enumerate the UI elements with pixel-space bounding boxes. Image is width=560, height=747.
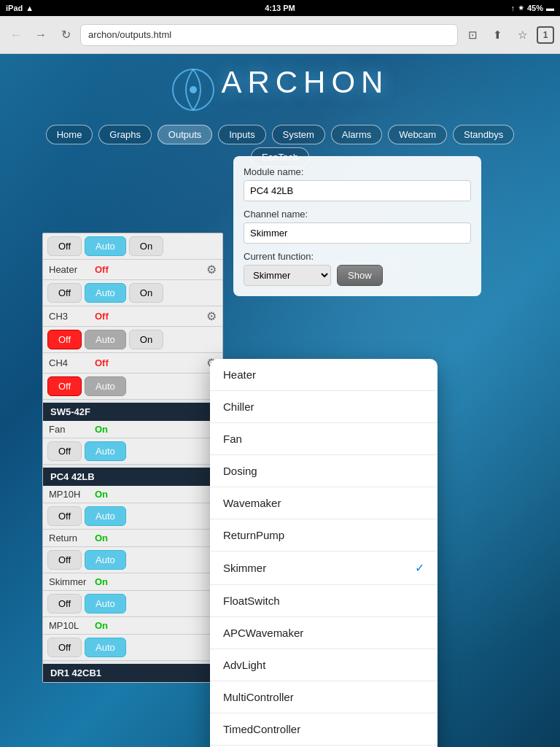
dropdown-label-fan: Fan (223, 433, 242, 445)
label-row-ch3: CH3 Off ⚙ (43, 306, 222, 327)
control-row-skimmer: Off Auto (43, 591, 222, 617)
btn-off-mp10l[interactable]: Off (47, 638, 82, 657)
btn-auto-return[interactable]: Auto (85, 550, 126, 570)
dropdown-item-apcwavemaker[interactable]: APCWavemaker (210, 617, 438, 649)
control-row-mp10l: Off Auto (43, 635, 222, 661)
dropdown-label-returnpump: ReturnPump (223, 529, 284, 541)
btn-auto-mp10h[interactable]: Auto (85, 506, 126, 526)
dropdown-label-advlight: AdvLight (223, 659, 265, 671)
label-skimmer: Skimmer (49, 576, 89, 587)
nav-alarms[interactable]: Alarms (331, 125, 382, 144)
browser-chrome: ← → ↻ archon/outputs.html ⊡ ⬆ ☆ 1 (0, 16, 560, 54)
control-row-2: Off Auto On (43, 280, 222, 306)
dropdown-item-advlight[interactable]: AdvLight (210, 649, 438, 681)
btn-off-4[interactable]: Off (47, 376, 82, 396)
label-fan: Fan (49, 424, 89, 435)
btn-on-1[interactable]: On (129, 236, 163, 256)
gear-ch3[interactable]: ⚙ (206, 309, 217, 323)
dropdown-label-dosing: Dosing (223, 465, 257, 477)
dropdown-label-skimmer: Skimmer (223, 562, 266, 574)
dropdown-item-floatswitch[interactable]: FloatSwitch (210, 585, 438, 617)
btn-off-1[interactable]: Off (47, 236, 82, 256)
btn-auto-2[interactable]: Auto (85, 283, 126, 303)
dropdown-item-returnpump[interactable]: ReturnPump (210, 519, 438, 551)
label-return: Return (49, 533, 89, 543)
dropdown-item-timedcontroller[interactable]: TimedController (210, 713, 438, 746)
status-return: On (95, 533, 108, 543)
label-ch3: CH3 (49, 311, 89, 322)
btn-off-3[interactable]: Off (47, 330, 82, 349)
dropdown-item-dosing[interactable]: Dosing (210, 455, 438, 487)
share-icon[interactable]: ⬆ (487, 25, 508, 45)
section-pc4: PC4 42LB (43, 468, 222, 486)
bookmark-icon[interactable]: ⊡ (462, 25, 483, 45)
address-bar[interactable]: archon/outputs.html (80, 24, 458, 46)
dropdown-item-chiller[interactable]: Chiller (210, 391, 438, 423)
btn-on-3[interactable]: On (129, 330, 163, 349)
btn-auto-3[interactable]: Auto (85, 330, 126, 349)
right-panel: Module name: Channel name: Current funct… (233, 156, 481, 296)
control-row-3: Off Auto On (43, 327, 222, 353)
label-ch4: CH4 (49, 357, 89, 368)
module-input[interactable] (244, 180, 471, 201)
status-heater: Off (95, 264, 109, 275)
checkmark-icon: ✓ (415, 561, 424, 575)
url-text: archon/outputs.html (88, 29, 171, 40)
forward-button[interactable]: → (31, 25, 51, 45)
star-icon[interactable]: ☆ (512, 25, 532, 45)
label-heater: Heater (49, 264, 89, 275)
status-ch4: Off (95, 357, 109, 368)
dropdown-label-wavemaker: Wavemaker (223, 497, 281, 509)
carrier-label: iPad (6, 4, 23, 12)
nav-standbys[interactable]: Standbys (453, 125, 514, 144)
nav-system[interactable]: System (272, 125, 325, 144)
status-mp10l: On (95, 620, 108, 631)
nav-inputs[interactable]: Inputs (218, 125, 265, 144)
btn-off-fan[interactable]: Off (47, 441, 82, 461)
back-button[interactable]: ← (6, 25, 26, 45)
label-row-return: Return On (43, 530, 222, 547)
dropdown-item-multicontroller[interactable]: MultiController (210, 681, 438, 713)
dropdown-label-heater: Heater (223, 368, 256, 381)
wifi-icon: ▲ (26, 4, 34, 12)
btn-off-2[interactable]: Off (47, 283, 82, 303)
show-button[interactable]: Show (337, 265, 383, 286)
dropdown-item-fan[interactable]: Fan (210, 423, 438, 455)
btn-off-return[interactable]: Off (47, 550, 82, 570)
nav-graphs[interactable]: Graphs (98, 125, 152, 144)
logo-icon (171, 68, 215, 112)
reload-button[interactable]: ↻ (55, 25, 76, 45)
section-dr1: DR1 42CB1 (43, 664, 222, 682)
nav-home[interactable]: Home (46, 125, 93, 144)
function-row: Skimmer Show (244, 265, 471, 286)
gear-heater[interactable]: ⚙ (206, 263, 217, 276)
nav-outputs[interactable]: Outputs (158, 125, 213, 144)
btn-on-2[interactable]: On (129, 283, 163, 303)
dropdown-item-skimmer[interactable]: Skimmer ✓ (210, 551, 438, 585)
label-mp10l: MP10L (49, 620, 89, 631)
btn-auto-4[interactable]: Auto (85, 376, 126, 396)
btn-auto-1[interactable]: Auto (85, 236, 126, 256)
label-row-mp10h: MP10H On (43, 486, 222, 503)
status-left: iPad ▲ (6, 4, 34, 12)
btn-off-skimmer[interactable]: Off (47, 594, 82, 614)
label-row-fan: Fan On (43, 421, 222, 438)
control-row-1: Off Auto On (43, 233, 222, 260)
btn-auto-fan[interactable]: Auto (85, 441, 126, 461)
label-row-mp10l: MP10L On (43, 617, 222, 635)
battery-icon: ▬ (546, 4, 554, 12)
tab-count[interactable]: 1 (537, 26, 554, 44)
btn-off-mp10h[interactable]: Off (47, 506, 82, 526)
channel-input[interactable] (244, 222, 471, 244)
function-dropdown[interactable]: Heater Chiller Fan Dosing Wavemaker Retu… (210, 359, 438, 747)
btn-auto-mp10l[interactable]: Auto (85, 638, 126, 657)
channel-label: Channel name: (244, 209, 471, 220)
dropdown-item-heater[interactable]: Heater (210, 359, 438, 391)
dropdown-item-wavemaker[interactable]: Wavemaker (210, 487, 438, 519)
label-row-heater: Heater Off ⚙ (43, 260, 222, 280)
dropdown-label-chiller: Chiller (223, 400, 254, 413)
btn-auto-skimmer[interactable]: Auto (85, 594, 126, 614)
nav-webcam[interactable]: Webcam (388, 125, 447, 144)
label-mp10h: MP10H (49, 489, 89, 500)
function-select[interactable]: Skimmer (244, 265, 331, 286)
